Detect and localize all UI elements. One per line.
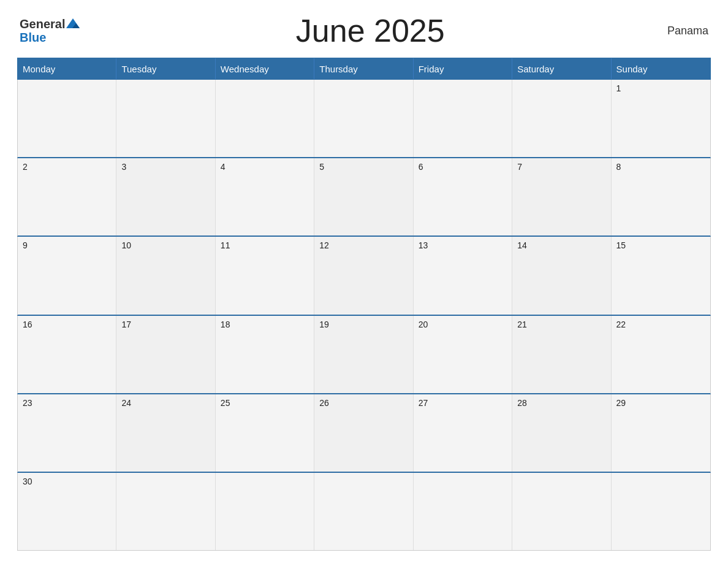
week-row-6: 30 [17,473,711,551]
weeks: 1234567891011121314151617181920212223242… [17,80,711,551]
day-number: 22 [616,320,626,329]
logo-icon [66,17,80,31]
day-number: 30 [23,477,32,486]
day-number: 10 [121,240,131,250]
day-header-monday: Monday [18,58,116,79]
day-number: 7 [517,162,522,172]
day-number: 17 [121,320,131,329]
day-cell: 30 [18,473,116,550]
day-number: 29 [616,398,626,408]
day-number: 11 [221,240,230,250]
day-cell: 5 [314,158,413,236]
day-cell [18,80,116,157]
day-number: 9 [23,240,28,250]
day-cell: 8 [612,158,710,236]
day-cell [116,80,215,157]
day-cell: 22 [612,316,710,393]
day-number: 6 [419,162,423,172]
day-cell [216,473,314,550]
country-label: Panama [659,25,708,37]
day-cell: 6 [414,158,512,236]
day-number: 25 [221,398,230,408]
day-number: 26 [319,398,329,408]
day-cell: 17 [116,316,215,393]
day-cell: 9 [18,237,116,314]
day-cell: 24 [116,394,215,472]
day-cell [414,80,512,157]
day-cell: 7 [512,158,611,236]
day-cell: 18 [216,316,314,393]
day-cell: 25 [216,394,314,472]
day-cell: 13 [414,237,512,314]
day-cell [314,473,413,550]
day-header-thursday: Thursday [314,58,413,79]
day-cell [512,80,611,157]
day-number: 2 [23,162,28,172]
day-cell: 20 [414,316,512,393]
day-number: 19 [319,320,329,329]
day-number: 5 [319,162,324,172]
day-cell [612,473,710,550]
day-number: 14 [517,240,527,250]
day-cell: 10 [116,237,215,314]
day-cell: 21 [512,316,611,393]
day-number: 24 [121,398,131,408]
day-cell [314,80,413,157]
day-number: 4 [221,162,226,172]
header: General Blue June 2025 Panama [17,12,711,49]
day-number: 27 [419,398,428,408]
day-number: 23 [23,398,32,408]
day-headers: MondayTuesdayWednesdayThursdayFridaySatu… [17,58,711,80]
day-cell: 1 [612,80,710,157]
day-number: 28 [517,398,527,408]
day-cell [116,473,215,550]
calendar-title: June 2025 [81,12,659,49]
day-number: 1 [616,83,621,93]
logo-general-text: General [20,17,65,31]
logo: General Blue [20,17,81,44]
day-cell: 11 [216,237,314,314]
day-number: 15 [616,240,626,250]
day-number: 8 [616,162,621,172]
day-number: 13 [419,240,428,250]
day-cell: 19 [314,316,413,393]
logo-blue-text: Blue [20,31,46,44]
day-cell: 26 [314,394,413,472]
day-cell: 12 [314,237,413,314]
day-number: 21 [517,320,527,329]
day-number: 3 [121,162,126,172]
week-row-1: 1 [17,80,711,158]
day-header-sunday: Sunday [612,58,710,79]
day-cell [216,80,314,157]
day-cell: 27 [414,394,512,472]
calendar: MondayTuesdayWednesdayThursdayFridaySatu… [17,58,711,551]
day-cell: 28 [512,394,611,472]
day-header-tuesday: Tuesday [116,58,215,79]
day-cell: 3 [116,158,215,236]
day-number: 12 [319,240,329,250]
week-row-3: 9101112131415 [17,237,711,315]
week-row-4: 16171819202122 [17,316,711,394]
day-cell: 16 [18,316,116,393]
day-number: 16 [23,320,32,329]
day-header-friday: Friday [414,58,512,79]
day-cell: 23 [18,394,116,472]
week-row-2: 2345678 [17,158,711,237]
day-cell: 4 [216,158,314,236]
day-cell [512,473,611,550]
day-number: 20 [419,320,428,329]
week-row-5: 23242526272829 [17,394,711,473]
day-cell: 2 [18,158,116,236]
page: General Blue June 2025 Panama MondayTues… [0,0,728,563]
day-cell: 29 [612,394,710,472]
day-cell: 14 [512,237,611,314]
day-number: 18 [221,320,230,329]
day-cell [414,473,512,550]
day-header-saturday: Saturday [512,58,611,79]
day-header-wednesday: Wednesday [216,58,314,79]
day-cell: 15 [612,237,710,314]
